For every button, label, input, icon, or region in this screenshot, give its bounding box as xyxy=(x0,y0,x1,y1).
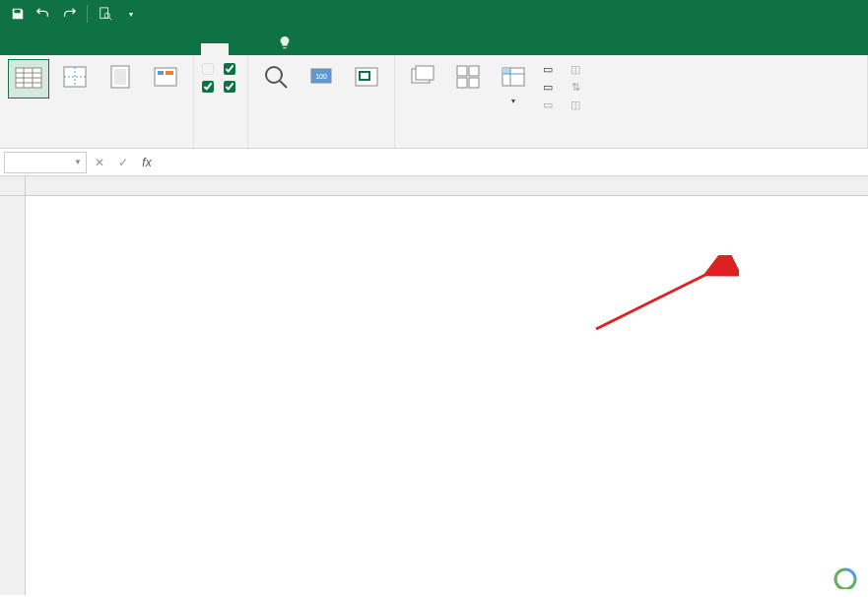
zoom-button[interactable] xyxy=(256,59,296,97)
select-all-corner[interactable] xyxy=(0,176,26,196)
side-by-side-icon: ◫ xyxy=(568,62,582,76)
spreadsheet-area[interactable] xyxy=(0,176,868,595)
group-label-views xyxy=(8,144,185,146)
redo-button[interactable] xyxy=(57,3,81,25)
tab-layout[interactable] xyxy=(91,43,118,55)
headings-checkbox[interactable] xyxy=(224,81,239,93)
formula-bar-checkbox[interactable] xyxy=(224,63,239,75)
page-layout-button[interactable] xyxy=(100,59,140,97)
check-icon: ✓ xyxy=(118,156,128,169)
svg-rect-27 xyxy=(457,78,467,88)
unhide-icon: ▭ xyxy=(541,98,555,111)
ribbon-tabs xyxy=(0,28,868,55)
zoom-icon xyxy=(262,63,290,91)
tab-review[interactable] xyxy=(173,43,201,55)
freeze-icon xyxy=(500,63,527,91)
split-icon: ▭ xyxy=(541,62,555,76)
page-layout-icon xyxy=(106,63,134,91)
svg-text:100: 100 xyxy=(315,73,327,80)
side-by-side-button[interactable]: ◫ xyxy=(567,61,588,77)
page-break-button[interactable] xyxy=(55,59,95,97)
normal-view-button[interactable] xyxy=(8,59,49,99)
cancel-formula-button[interactable]: ✕ xyxy=(89,152,110,173)
svg-line-2 xyxy=(109,18,112,21)
group-workbook-views xyxy=(0,55,194,148)
split-button[interactable]: ▭ xyxy=(539,61,561,77)
bulb-icon xyxy=(278,35,292,49)
reset-position-icon: ◫ xyxy=(568,98,582,111)
svg-rect-14 xyxy=(155,68,176,86)
fx-icon: fx xyxy=(142,156,151,169)
formula-input[interactable] xyxy=(158,152,868,173)
svg-rect-30 xyxy=(502,68,510,74)
tab-data[interactable] xyxy=(146,43,173,55)
sync-scroll-button[interactable]: ⇅ xyxy=(567,79,588,95)
chevron-down-icon: ▼ xyxy=(74,158,82,166)
arrange-button[interactable] xyxy=(448,59,488,97)
custom-view-icon xyxy=(152,63,179,91)
svg-rect-28 xyxy=(469,78,479,88)
name-box[interactable]: ▼ xyxy=(4,152,87,173)
tell-me-search[interactable] xyxy=(268,30,307,55)
title-bar: ▾ xyxy=(0,0,868,28)
zoom-100-button[interactable]: 100 xyxy=(301,59,341,97)
enter-formula-button[interactable]: ✓ xyxy=(112,152,134,173)
svg-rect-25 xyxy=(457,66,467,76)
switch-windows-button[interactable] xyxy=(594,59,634,97)
qat-customize[interactable]: ▾ xyxy=(119,3,143,25)
hide-icon: ▭ xyxy=(541,80,555,94)
svg-rect-26 xyxy=(469,66,479,76)
watermark-logo-icon xyxy=(833,567,858,589)
group-label-zoom xyxy=(256,144,386,146)
reset-position-button[interactable]: ◫ xyxy=(567,97,588,112)
freeze-button[interactable]: ▾ xyxy=(494,59,533,107)
ruler-checkbox[interactable] xyxy=(202,63,218,75)
tab-home[interactable] xyxy=(35,43,63,55)
row-headers xyxy=(0,196,26,595)
normal-view-icon xyxy=(15,64,42,92)
save-icon xyxy=(11,7,25,21)
save-button[interactable] xyxy=(6,3,30,25)
insert-function-button[interactable]: fx xyxy=(136,152,158,173)
svg-rect-15 xyxy=(158,71,164,75)
chevron-down-icon: ▾ xyxy=(511,97,515,105)
formula-bar: ▼ ✕ ✓ fx xyxy=(0,149,868,176)
zoom-100-icon: 100 xyxy=(307,63,335,91)
sync-scroll-icon: ⇅ xyxy=(568,80,582,94)
redo-icon xyxy=(62,7,76,21)
group-label-show xyxy=(202,144,239,146)
zoom-selection-button[interactable] xyxy=(347,59,386,97)
unhide-button[interactable]: ▭ xyxy=(539,97,561,112)
tab-view[interactable] xyxy=(201,43,229,55)
cells-grid[interactable] xyxy=(26,196,868,595)
svg-line-18 xyxy=(280,81,287,88)
new-window-icon xyxy=(409,63,436,91)
group-label-window xyxy=(403,144,859,146)
x-icon: ✕ xyxy=(95,156,104,169)
undo-icon xyxy=(36,7,50,21)
custom-view-button[interactable] xyxy=(146,59,185,97)
quick-access-toolbar: ▾ xyxy=(0,3,143,25)
preview-button[interactable] xyxy=(94,3,117,25)
svg-rect-24 xyxy=(416,66,434,80)
new-window-button[interactable] xyxy=(403,59,442,97)
ribbon: 100 ▾ ▭ xyxy=(0,55,868,149)
svg-rect-16 xyxy=(166,71,173,75)
page-search-icon xyxy=(99,7,112,21)
zoom-selection-icon xyxy=(353,63,380,91)
gridlines-checkbox[interactable] xyxy=(202,81,218,93)
column-headers xyxy=(26,176,868,196)
svg-rect-13 xyxy=(114,69,126,85)
group-show xyxy=(194,55,248,148)
tab-help[interactable] xyxy=(229,43,256,55)
svg-point-17 xyxy=(266,67,282,83)
group-window: ▾ ▭ ▭ ▭ ◫ ⇅ ◫ xyxy=(395,55,868,148)
hide-button[interactable]: ▭ xyxy=(539,79,561,95)
group-zoom: 100 xyxy=(248,55,395,148)
tab-formulas[interactable] xyxy=(118,43,146,55)
undo-button[interactable] xyxy=(32,3,55,25)
watermark xyxy=(833,567,862,589)
qat-separator xyxy=(87,5,88,23)
tab-file[interactable] xyxy=(8,43,35,55)
tab-insert[interactable] xyxy=(63,43,91,55)
